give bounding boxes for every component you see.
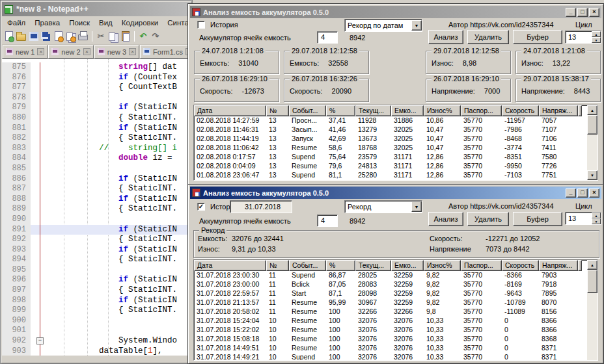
- column-header-4[interactable]: %: [326, 260, 355, 271]
- history-checkbox[interactable]: [197, 21, 205, 29]
- tab-new-1[interactable]: new 1×: [3, 45, 48, 58]
- close-button[interactable]: ×: [589, 8, 599, 17]
- window1-titlebar[interactable]: Анализ емкость аккумулятора 0.5.0 _ □ ×: [190, 6, 601, 18]
- delete-button[interactable]: Удалить: [467, 212, 509, 226]
- menu-item-Вид[interactable]: Вид: [95, 18, 117, 28]
- column-header-3[interactable]: Событ...: [289, 105, 326, 116]
- copy-icon[interactable]: [108, 31, 118, 42]
- column-header-2[interactable]: №: [266, 105, 289, 116]
- tab-new-2[interactable]: new 2×: [48, 45, 93, 58]
- tab-new-3[interactable]: new 3×: [94, 45, 139, 58]
- table-row[interactable]: 31.07.2018 14:49:5110Resume1003207632076…: [194, 344, 597, 353]
- table-row[interactable]: 31.07.2018 14:49:2110Supend1003207632076…: [194, 353, 597, 361]
- cells-input[interactable]: 4: [317, 214, 338, 227]
- cells-input[interactable]: 4: [317, 31, 338, 44]
- table-row[interactable]: 31.07.2018 23:00:3011Supend86,8728025322…: [194, 271, 597, 280]
- open-folder-icon[interactable]: [16, 31, 27, 42]
- close-all-icon[interactable]: [66, 31, 76, 42]
- cycle-spinner[interactable]: 13 ▲▼: [565, 212, 601, 225]
- maximize-button[interactable]: □: [577, 8, 588, 17]
- tab-close-icon[interactable]: ×: [129, 48, 136, 55]
- undo-icon[interactable]: ↶: [138, 31, 148, 42]
- table2-scrollbar[interactable]: ▲: [587, 260, 597, 360]
- combobox-dropdown-arrow-icon[interactable]: ▼: [411, 202, 422, 212]
- column-header-6[interactable]: Емко...: [391, 260, 424, 271]
- tab-close-icon[interactable]: ×: [37, 48, 44, 55]
- fold-collapse-icon[interactable]: −: [36, 337, 44, 344]
- history-date-input[interactable]: 31.07.2018: [230, 200, 292, 213]
- analyze-button[interactable]: Анализ: [428, 30, 463, 44]
- table-row[interactable]: 02.08.2018 14:27:5913Просн...37,41119283…: [194, 116, 597, 125]
- cycle-spinner[interactable]: 13 ▲▼: [565, 31, 601, 44]
- table-row[interactable]: 02.08.2018 11:06:4213Resume58,6187683202…: [194, 144, 597, 153]
- menu-item-Кодировки[interactable]: Кодировки: [118, 18, 162, 28]
- menu-item-Правка[interactable]: Правка: [31, 18, 64, 28]
- scroll-thumb[interactable]: [587, 115, 597, 135]
- spinner-down-icon[interactable]: ▼: [592, 218, 601, 224]
- close-button[interactable]: ×: [589, 188, 599, 198]
- table-row[interactable]: 31.07.2018 22:59:5711Start87,12809832259…: [194, 289, 597, 298]
- buffer-button[interactable]: Буфер: [513, 30, 562, 44]
- scroll-up-icon[interactable]: ▲: [587, 105, 597, 115]
- scroll-down-icon[interactable]: ▼: [587, 170, 597, 180]
- buffer-button[interactable]: Буфер: [513, 212, 562, 226]
- column-header-9[interactable]: Скорость: [502, 260, 539, 271]
- record-mode-combobox[interactable]: Рекорд по датам ▼: [344, 19, 422, 32]
- column-header-2[interactable]: №: [266, 260, 289, 271]
- scroll-thumb[interactable]: [587, 270, 597, 293]
- spinner-up-icon[interactable]: ▲: [592, 213, 601, 218]
- column-header-3[interactable]: Событ...: [289, 260, 326, 271]
- cut-icon[interactable]: ✂: [96, 31, 106, 42]
- print-icon[interactable]: [78, 31, 89, 42]
- paste-icon[interactable]: [120, 31, 131, 42]
- table1-scrollbar[interactable]: ▲ ▼: [587, 105, 597, 180]
- analyze-button[interactable]: Анализ: [428, 212, 463, 226]
- menu-item-Файл[interactable]: Файл: [3, 18, 29, 28]
- column-header-1[interactable]: Дата: [194, 105, 266, 116]
- redo-icon[interactable]: ↷: [150, 31, 161, 42]
- table-row[interactable]: 31.07.2018 15:24:0410Resume1003207632076…: [194, 317, 597, 326]
- column-header-9[interactable]: Скорость: [502, 105, 539, 116]
- table-row[interactable]: 31.07.2018 21:13:5711Resume95,9930967322…: [194, 298, 597, 307]
- column-header-8[interactable]: Паспор...: [461, 260, 502, 271]
- record-mode-combobox[interactable]: Рекорд ▼: [344, 200, 422, 213]
- table-row[interactable]: 02.08.2018 0:17:5713Supend75,64235793117…: [194, 153, 597, 162]
- minimize-button[interactable]: _: [566, 8, 576, 17]
- spinner-up-icon[interactable]: ▲: [592, 31, 601, 37]
- scroll-up-icon[interactable]: ▲: [587, 260, 597, 270]
- tab-close-icon[interactable]: ×: [83, 48, 90, 55]
- column-header-5[interactable]: Текущ...: [355, 105, 391, 116]
- table-row[interactable]: 31.07.2018 23:00:0011Bclick87,0528083322…: [194, 280, 597, 289]
- code-editor[interactable]: 875 string[] dat876 if (CountTex877 { Co…: [2, 59, 191, 356]
- column-header-4[interactable]: %: [326, 105, 355, 116]
- save-icon[interactable]: [29, 31, 39, 42]
- table-row[interactable]: 31.07.2018 15:22:0210Resume1003207632076…: [194, 326, 597, 335]
- table-row[interactable]: 02.08.2018 0:04:0913Resume79,62481331171…: [194, 162, 597, 171]
- table-row[interactable]: 01.08.2018 23:06:4713Supend81,1252803117…: [194, 171, 597, 180]
- column-header-1[interactable]: Дата: [194, 260, 266, 271]
- save-all-icon[interactable]: [41, 31, 51, 42]
- column-header-5[interactable]: Текущ...: [355, 260, 391, 271]
- table-row[interactable]: 31.07.2018 20:58:0211Resume1003226632266…: [194, 307, 597, 317]
- close-doc-icon[interactable]: [53, 31, 64, 42]
- column-header-6[interactable]: Емко...: [391, 105, 424, 116]
- events-table-1[interactable]: Дата№Событ...%Текущ...Емко...Износ%Паспо…: [193, 105, 598, 181]
- window2-titlebar[interactable]: Анализ емкость аккумулятора 0.5.0 _ □ ×: [190, 187, 601, 199]
- events-table-2[interactable]: Дата№Событ...%Текущ...Емко...Износ%Паспо…: [193, 259, 598, 361]
- column-header-10[interactable]: Напряж...: [539, 105, 578, 116]
- table-row[interactable]: 02.08.2018 11:44:1913Запуск42,6913673320…: [194, 135, 597, 144]
- new-file-icon[interactable]: [4, 31, 14, 42]
- spinner-down-icon[interactable]: ▼: [592, 37, 601, 43]
- column-header-7[interactable]: Износ%: [424, 260, 461, 271]
- column-header-8[interactable]: Паспор...: [461, 105, 502, 116]
- minimize-button[interactable]: _: [566, 188, 576, 198]
- table-row[interactable]: 02.08.2018 11:46:3113Засып...41,46132793…: [194, 125, 597, 135]
- table-row[interactable]: 31.07.2018 15:08:1810Resume1003207632076…: [194, 335, 597, 344]
- maximize-button[interactable]: □: [577, 188, 588, 198]
- delete-button[interactable]: Удалить: [467, 30, 509, 44]
- notepad-titlebar[interactable]: *new 8 - Notepad++: [2, 2, 191, 16]
- combobox-dropdown-arrow-icon[interactable]: ▼: [411, 20, 422, 31]
- menu-item-Поиск[interactable]: Поиск: [65, 18, 94, 28]
- history-checkbox[interactable]: ✓: [197, 203, 205, 211]
- column-header-7[interactable]: Износ%: [424, 105, 461, 116]
